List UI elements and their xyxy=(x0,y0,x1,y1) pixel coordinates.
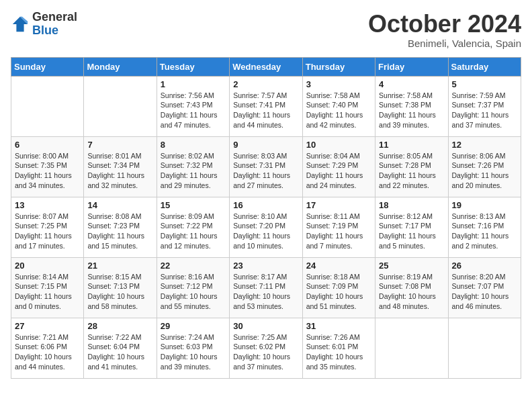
day-info: Sunrise: 8:05 AMSunset: 7:28 PMDaylight:… xyxy=(379,151,444,191)
calendar-cell: 22Sunrise: 8:16 AMSunset: 7:12 PMDayligh… xyxy=(157,257,229,318)
page-header: General Blue October 2024 Benimeli, Vale… xyxy=(11,11,521,49)
calendar-cell: 21Sunrise: 8:15 AMSunset: 7:13 PMDayligh… xyxy=(84,257,157,318)
day-number: 7 xyxy=(87,140,152,150)
day-number: 10 xyxy=(306,140,371,150)
day-number: 15 xyxy=(161,200,226,210)
calendar-cell: 27Sunrise: 7:21 AMSunset: 6:06 PMDayligh… xyxy=(11,318,84,378)
day-info: Sunrise: 8:07 AMSunset: 7:25 PMDaylight:… xyxy=(15,212,80,251)
day-info: Sunrise: 7:58 AMSunset: 7:38 PMDaylight:… xyxy=(379,91,444,130)
day-info: Sunrise: 7:21 AMSunset: 6:06 PMDaylight:… xyxy=(15,332,80,372)
day-number: 14 xyxy=(87,200,152,210)
day-info: Sunrise: 8:11 AMSunset: 7:19 PMDaylight:… xyxy=(306,212,371,251)
svg-marker-0 xyxy=(13,17,28,32)
calendar-cell: 4Sunrise: 7:58 AMSunset: 7:38 PMDaylight… xyxy=(375,76,448,136)
day-info: Sunrise: 8:20 AMSunset: 7:07 PMDaylight:… xyxy=(452,272,517,312)
logo-icon xyxy=(11,15,30,34)
day-info: Sunrise: 7:57 AMSunset: 7:41 PMDaylight:… xyxy=(233,91,298,130)
day-info: Sunrise: 8:17 AMSunset: 7:11 PMDaylight:… xyxy=(233,272,298,312)
day-number: 27 xyxy=(15,321,80,331)
calendar-cell: 2Sunrise: 7:57 AMSunset: 7:41 PMDaylight… xyxy=(230,76,302,136)
day-info: Sunrise: 8:03 AMSunset: 7:31 PMDaylight:… xyxy=(233,151,298,191)
day-number: 23 xyxy=(233,261,298,271)
day-number: 24 xyxy=(306,261,371,271)
day-info: Sunrise: 8:08 AMSunset: 7:23 PMDaylight:… xyxy=(87,212,152,251)
calendar-cell xyxy=(375,318,448,378)
day-info: Sunrise: 8:14 AMSunset: 7:15 PMDaylight:… xyxy=(15,272,80,312)
day-number: 2 xyxy=(233,79,298,89)
calendar-cell: 16Sunrise: 8:10 AMSunset: 7:20 PMDayligh… xyxy=(230,197,302,257)
day-info: Sunrise: 8:01 AMSunset: 7:34 PMDaylight:… xyxy=(87,151,152,191)
calendar-cell: 7Sunrise: 8:01 AMSunset: 7:34 PMDaylight… xyxy=(84,136,157,197)
day-info: Sunrise: 7:26 AMSunset: 6:01 PMDaylight:… xyxy=(306,332,371,372)
day-number: 26 xyxy=(452,261,517,271)
calendar-cell: 10Sunrise: 8:04 AMSunset: 7:29 PMDayligh… xyxy=(302,136,375,197)
calendar-cell: 24Sunrise: 8:18 AMSunset: 7:09 PMDayligh… xyxy=(302,257,375,318)
calendar-week-row: 20Sunrise: 8:14 AMSunset: 7:15 PMDayligh… xyxy=(11,257,521,318)
day-number: 6 xyxy=(15,140,80,150)
calendar-table: SundayMondayTuesdayWednesdayThursdayFrid… xyxy=(11,57,521,379)
day-info: Sunrise: 8:04 AMSunset: 7:29 PMDaylight:… xyxy=(306,151,371,191)
calendar-cell: 3Sunrise: 7:58 AMSunset: 7:40 PMDaylight… xyxy=(302,76,375,136)
calendar-cell xyxy=(84,76,157,136)
day-info: Sunrise: 7:22 AMSunset: 6:04 PMDaylight:… xyxy=(87,332,152,372)
day-info: Sunrise: 8:15 AMSunset: 7:13 PMDaylight:… xyxy=(87,272,152,312)
calendar-cell: 18Sunrise: 8:12 AMSunset: 7:17 PMDayligh… xyxy=(375,197,448,257)
day-number: 30 xyxy=(233,321,298,331)
day-info: Sunrise: 8:16 AMSunset: 7:12 PMDaylight:… xyxy=(161,272,226,312)
calendar-cell: 12Sunrise: 8:06 AMSunset: 7:26 PMDayligh… xyxy=(448,136,521,197)
day-info: Sunrise: 8:18 AMSunset: 7:09 PMDaylight:… xyxy=(306,272,371,312)
calendar-cell: 28Sunrise: 7:22 AMSunset: 6:04 PMDayligh… xyxy=(84,318,157,378)
day-number: 5 xyxy=(452,79,517,89)
day-number: 8 xyxy=(161,140,226,150)
calendar-cell: 1Sunrise: 7:56 AMSunset: 7:43 PMDaylight… xyxy=(157,76,229,136)
day-info: Sunrise: 8:10 AMSunset: 7:20 PMDaylight:… xyxy=(233,212,298,251)
calendar-cell: 20Sunrise: 8:14 AMSunset: 7:15 PMDayligh… xyxy=(11,257,84,318)
calendar-cell: 14Sunrise: 8:08 AMSunset: 7:23 PMDayligh… xyxy=(84,197,157,257)
weekday-header: Sunday xyxy=(11,57,84,76)
calendar-cell: 8Sunrise: 8:02 AMSunset: 7:32 PMDaylight… xyxy=(157,136,229,197)
logo-general-text: General xyxy=(32,11,77,24)
day-info: Sunrise: 8:02 AMSunset: 7:32 PMDaylight:… xyxy=(161,151,226,191)
logo-blue-text: Blue xyxy=(32,24,77,38)
weekday-header: Saturday xyxy=(448,57,521,76)
calendar-cell: 5Sunrise: 7:59 AMSunset: 7:37 PMDaylight… xyxy=(448,76,521,136)
calendar-cell: 19Sunrise: 8:13 AMSunset: 7:16 PMDayligh… xyxy=(448,197,521,257)
calendar-week-row: 6Sunrise: 8:00 AMSunset: 7:35 PMDaylight… xyxy=(11,136,521,197)
day-number: 31 xyxy=(306,321,371,331)
day-info: Sunrise: 8:19 AMSunset: 7:08 PMDaylight:… xyxy=(379,272,444,312)
day-number: 25 xyxy=(379,261,444,271)
day-number: 20 xyxy=(15,261,80,271)
calendar-cell: 29Sunrise: 7:24 AMSunset: 6:03 PMDayligh… xyxy=(157,318,229,378)
weekday-header: Tuesday xyxy=(157,57,229,76)
day-number: 28 xyxy=(87,321,152,331)
day-info: Sunrise: 7:59 AMSunset: 7:37 PMDaylight:… xyxy=(452,91,517,130)
day-info: Sunrise: 8:06 AMSunset: 7:26 PMDaylight:… xyxy=(452,151,517,191)
calendar-cell: 31Sunrise: 7:26 AMSunset: 6:01 PMDayligh… xyxy=(302,318,375,378)
day-info: Sunrise: 8:00 AMSunset: 7:35 PMDaylight:… xyxy=(15,151,80,191)
calendar-cell xyxy=(11,76,84,136)
logo: General Blue xyxy=(11,11,77,38)
calendar-cell: 6Sunrise: 8:00 AMSunset: 7:35 PMDaylight… xyxy=(11,136,84,197)
day-info: Sunrise: 7:56 AMSunset: 7:43 PMDaylight:… xyxy=(161,91,226,130)
calendar-cell: 25Sunrise: 8:19 AMSunset: 7:08 PMDayligh… xyxy=(375,257,448,318)
calendar-week-row: 1Sunrise: 7:56 AMSunset: 7:43 PMDaylight… xyxy=(11,76,521,136)
month-title: October 2024 xyxy=(368,11,521,38)
day-info: Sunrise: 7:25 AMSunset: 6:02 PMDaylight:… xyxy=(233,332,298,372)
day-number: 12 xyxy=(452,140,517,150)
weekday-header: Thursday xyxy=(302,57,375,76)
day-number: 21 xyxy=(87,261,152,271)
calendar-cell: 13Sunrise: 8:07 AMSunset: 7:25 PMDayligh… xyxy=(11,197,84,257)
title-block: October 2024 Benimeli, Valencia, Spain xyxy=(368,11,521,49)
day-number: 3 xyxy=(306,79,371,89)
calendar-cell: 30Sunrise: 7:25 AMSunset: 6:02 PMDayligh… xyxy=(230,318,302,378)
day-number: 22 xyxy=(161,261,226,271)
weekday-header-row: SundayMondayTuesdayWednesdayThursdayFrid… xyxy=(11,57,521,76)
day-number: 17 xyxy=(306,200,371,210)
calendar-week-row: 27Sunrise: 7:21 AMSunset: 6:06 PMDayligh… xyxy=(11,318,521,378)
logo-text: General Blue xyxy=(32,11,77,38)
day-number: 18 xyxy=(379,200,444,210)
calendar-cell: 11Sunrise: 8:05 AMSunset: 7:28 PMDayligh… xyxy=(375,136,448,197)
day-info: Sunrise: 7:58 AMSunset: 7:40 PMDaylight:… xyxy=(306,91,371,130)
day-info: Sunrise: 8:12 AMSunset: 7:17 PMDaylight:… xyxy=(379,212,444,251)
day-number: 13 xyxy=(15,200,80,210)
